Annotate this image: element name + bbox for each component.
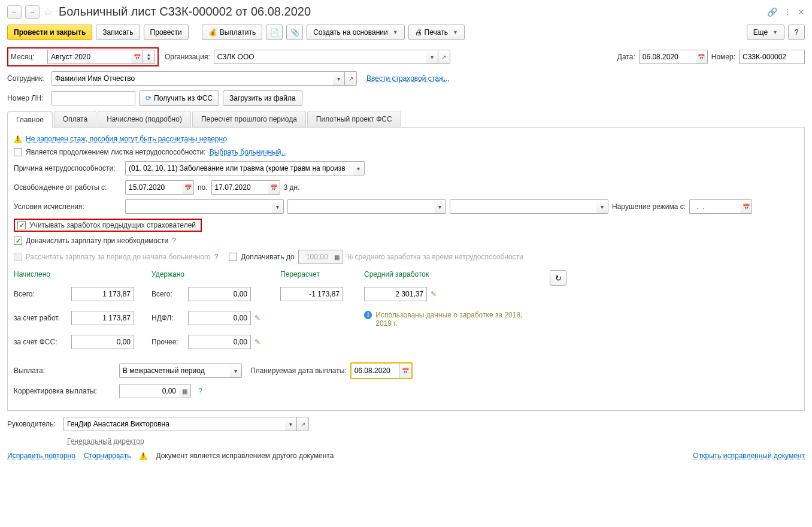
reason-input[interactable] [125,161,353,175]
ln-number-input[interactable] [51,91,135,105]
condition1-input[interactable] [125,199,272,214]
planned-date-label: Планируемая дата выплаты: [250,367,347,375]
pay-up-label: Доплачивать до [241,253,294,261]
continuation-checkbox[interactable] [14,148,22,156]
nav-forward-button[interactable]: → [25,5,40,19]
dropdown-icon[interactable]: ▾ [285,417,297,431]
accrue-salary-label: Доначислить зарплату при необходимости [26,237,168,245]
help-icon[interactable]: ? [214,253,219,261]
correction-doc-text: Документ является исправлением другого д… [156,452,334,460]
refresh-button[interactable] [550,270,566,286]
release-to-input[interactable] [211,180,268,195]
enter-stazh-link[interactable]: Ввести страховой стаж... [366,74,450,83]
accrue-salary-checkbox[interactable] [14,237,22,245]
stazh-warning-link[interactable]: Не заполнен стаж, пособия могут быть рас… [26,135,227,143]
tab-pilot[interactable]: Пилотный проект ФСС [307,111,401,127]
violation-date-input[interactable] [689,199,740,214]
link-icon[interactable]: 🔗 [767,7,777,17]
dropdown-icon[interactable]: ▾ [333,71,345,86]
tab-payment[interactable]: Оплата [54,111,96,127]
accrued-employer-input[interactable] [71,311,134,325]
correction-input[interactable] [119,384,179,398]
load-from-file-button[interactable]: Загрузить из файла [223,90,302,106]
more-button[interactable]: Еще▼ [747,25,784,40]
dropdown-icon[interactable]: ▾ [434,199,446,214]
storno-link[interactable]: Сторнировать [84,452,131,460]
calendar-icon[interactable]: 📅 [182,180,194,195]
calc-salary-checkbox [14,253,22,261]
dropdown-icon[interactable]: ▾ [272,199,284,214]
prev-insurers-checkbox[interactable] [17,221,26,229]
accrued-total-input[interactable] [71,287,134,301]
avg-input[interactable] [364,287,427,301]
tab-recalc[interactable]: Пересчет прошлого периода [192,111,306,127]
print-button[interactable]: Печать▼ [408,25,465,40]
open-corrected-link[interactable]: Открыть исправленный документ [693,452,805,460]
employee-label: Сотрудник: [7,74,48,83]
reason-label: Причина нетрудоспособности: [14,164,122,172]
release-to-label: по: [198,183,208,192]
calendar-icon[interactable]: 📅 [268,180,280,195]
planned-date-input[interactable] [352,364,399,378]
help-button[interactable]: ? [788,25,805,40]
tab-main[interactable]: Главное [7,111,53,128]
date-label: Дата: [617,53,635,61]
edit-icon[interactable]: ✎ [431,290,437,298]
pay-up-suffix: % среднего заработка за время нетрудоспо… [347,253,523,261]
close-icon[interactable]: ✕ [798,7,805,17]
number-input[interactable] [739,50,805,64]
help-icon[interactable]: ? [172,237,176,245]
manager-input[interactable] [63,417,285,431]
select-ln-link[interactable]: Выбрать больничный... [210,148,287,156]
number-label: Номер: [711,53,735,61]
post-and-close-button[interactable]: Провести и закрыть [7,25,92,40]
pay-up-checkbox[interactable] [229,253,237,261]
release-from-input[interactable] [125,180,182,195]
dropdown-icon[interactable]: ▾ [426,50,438,64]
create-based-button[interactable]: Создать на основании▼ [307,25,404,40]
calc-icon[interactable]: ▦ [179,384,191,398]
calc-icon: ▦ [331,250,343,264]
month-input[interactable] [47,50,131,64]
open-icon[interactable]: ↗ [297,417,309,431]
refresh-icon [555,274,562,283]
dropdown-icon[interactable]: ▾ [596,199,608,214]
nav-back-button[interactable]: ← [7,5,22,19]
condition3-input[interactable] [450,199,596,214]
open-icon[interactable]: ↗ [345,71,357,86]
dropdown-icon[interactable]: ▾ [230,364,242,378]
help-icon[interactable]: ? [198,387,202,395]
calendar-icon[interactable]: 📅 [696,50,708,64]
dropdown-icon[interactable]: ▾ [353,161,365,175]
payout-input[interactable] [119,364,230,378]
correction-label: Корректировка выплаты: [14,387,116,395]
recalc-input[interactable] [280,287,343,301]
edit-icon[interactable]: ✎ [254,338,260,346]
calendar-icon[interactable]: 📅 [399,364,411,378]
kebab-menu-icon[interactable]: ⋮ [783,7,792,17]
manager-position-link[interactable]: Генеральный директор [67,437,144,446]
post-button[interactable]: Провести [144,25,189,40]
fix-again-link[interactable]: Исправить повторно [7,452,75,460]
get-from-fss-button[interactable]: ⟳ Получить из ФСС [139,90,219,106]
condition2-input[interactable] [287,199,434,214]
employee-input[interactable] [51,71,333,86]
withheld-other-input[interactable] [188,335,251,349]
attach-button[interactable] [286,25,303,40]
tab-accrued[interactable]: Начислено (подробно) [98,111,191,127]
org-input[interactable] [214,50,426,64]
withheld-header: Удержано [152,270,268,278]
favorite-star-icon[interactable]: ☆ [43,5,53,19]
save-button[interactable]: Записать [96,25,140,40]
calendar-icon[interactable]: 📅 [740,199,752,214]
pay-button[interactable]: Выплатить [202,25,263,40]
calendar-icon[interactable]: 📅 [131,50,143,64]
open-icon[interactable]: ↗ [438,50,450,64]
date-input[interactable] [639,50,696,64]
accrued-fss-input[interactable] [71,335,134,349]
withheld-ndfl-input[interactable] [188,311,251,325]
spinner-icon[interactable]: ▲▼ [143,50,155,64]
list-icon-button[interactable] [266,25,283,40]
withheld-total-input[interactable] [188,287,251,301]
edit-icon[interactable]: ✎ [254,314,260,322]
